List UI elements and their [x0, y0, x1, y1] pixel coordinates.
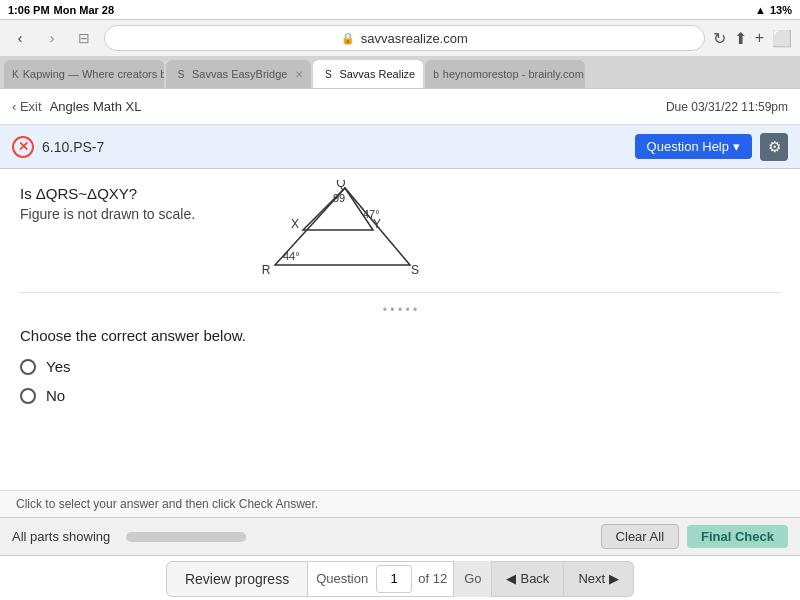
- progress-bar-track: [126, 532, 246, 542]
- go-button[interactable]: Go: [453, 561, 491, 597]
- tab-brainly-label: heynomorestop - brainly.com: [443, 68, 584, 80]
- svg-text:R: R: [262, 263, 271, 277]
- back-label: Back: [520, 571, 549, 586]
- tab-realize-label: Savvas Realize: [339, 68, 415, 80]
- question-prompt-area: Is ΔQRS~ΔQXY? Figure is not drawn to sca…: [20, 185, 195, 222]
- address-text: savvasrealize.com: [361, 31, 468, 46]
- question-help-label: Question Help: [647, 139, 729, 154]
- tab-brainly-favicon: b: [433, 67, 439, 81]
- question-status-icon: ✕: [12, 136, 34, 158]
- app-container: ‹ Exit Angles Math XL Due 03/31/22 11:59…: [0, 89, 800, 600]
- app-header: ‹ Exit Angles Math XL Due 03/31/22 11:59…: [0, 89, 800, 125]
- new-tab-button[interactable]: +: [755, 29, 764, 47]
- review-progress-button[interactable]: Review progress: [166, 561, 308, 597]
- gear-icon: ⚙: [768, 138, 781, 156]
- hint-text: Click to select your answer and then cli…: [16, 497, 318, 511]
- next-button[interactable]: Next ▶: [564, 561, 634, 597]
- tab-easybridge-label: Savvas EasyBridge: [192, 68, 287, 80]
- radio-yes[interactable]: [20, 359, 36, 375]
- final-check-button[interactable]: Final Check: [687, 525, 788, 548]
- question-help-button[interactable]: Question Help ▾: [635, 134, 752, 159]
- settings-button[interactable]: ⚙: [760, 133, 788, 161]
- reader-mode-button[interactable]: ⊟: [72, 26, 96, 50]
- clear-all-button[interactable]: Clear All: [601, 524, 679, 549]
- tab-realize[interactable]: S Savvas Realize: [313, 60, 423, 88]
- due-date: Due 03/31/22 11:59pm: [666, 100, 788, 114]
- tabs-button[interactable]: ⬜: [772, 29, 792, 48]
- question-help-dropdown-icon: ▾: [733, 139, 740, 154]
- question-sub-text: Figure is not drawn to scale.: [20, 206, 195, 222]
- svg-text:99: 99: [333, 192, 345, 204]
- review-progress-label: Review progress: [185, 571, 289, 587]
- footer-nav: Review progress Question of 12 Go ◀ Back…: [0, 555, 800, 600]
- parts-label: All parts showing: [12, 529, 110, 544]
- choose-label: Choose the correct answer below.: [20, 327, 780, 344]
- svg-text:44°: 44°: [283, 250, 300, 262]
- svg-text:X: X: [291, 217, 299, 231]
- tab-easybridge-close[interactable]: ✕: [295, 69, 303, 80]
- question-id: 6.10.PS-7: [42, 139, 104, 155]
- forward-nav-button[interactable]: ›: [40, 26, 64, 50]
- bottom-controls: All parts showing Clear All Final Check: [0, 517, 800, 555]
- question-number-input[interactable]: [376, 565, 412, 593]
- tab-kapwing[interactable]: K Kapwing — Where creators bring...: [4, 60, 164, 88]
- tab-kapwing-label: Kapwing — Where creators bring...: [23, 68, 164, 80]
- question-nav-label: Question: [308, 571, 376, 586]
- reload-button[interactable]: ↻: [713, 29, 726, 48]
- share-button[interactable]: ⬆: [734, 29, 747, 48]
- radio-no[interactable]: [20, 388, 36, 404]
- time-display: 1:06 PM: [8, 4, 50, 16]
- battery-display: 13%: [770, 4, 792, 16]
- svg-text:S: S: [411, 263, 419, 277]
- next-label: Next: [578, 571, 605, 586]
- address-bar[interactable]: 🔒 savvasrealize.com: [104, 25, 705, 51]
- of-label: of 12: [412, 571, 453, 586]
- question-header: ✕ 6.10.PS-7 Question Help ▾ ⚙: [0, 125, 800, 169]
- back-nav-button[interactable]: ‹: [8, 26, 32, 50]
- bottom-hint: Click to select your answer and then cli…: [0, 490, 800, 517]
- exit-button[interactable]: ‹ Exit: [12, 99, 42, 114]
- tab-easybridge-favicon: S: [174, 67, 188, 81]
- nav-bar: ‹ › ⊟ 🔒 savvasrealize.com ↻ ⬆ + ⬜: [0, 20, 800, 56]
- next-arrow-icon: ▶: [609, 571, 619, 586]
- answer-yes-label: Yes: [46, 358, 70, 375]
- breadcrumb: Angles Math XL: [50, 99, 142, 114]
- tab-kapwing-favicon: K: [12, 67, 19, 81]
- date-display: Mon Mar 28: [54, 4, 115, 16]
- tab-brainly[interactable]: b heynomorestop - brainly.com: [425, 60, 585, 88]
- lock-icon: 🔒: [341, 32, 355, 45]
- svg-text:Q: Q: [336, 180, 345, 190]
- tab-realize-favicon: S: [321, 67, 335, 81]
- tabs-bar: K Kapwing — Where creators bring... S Sa…: [0, 56, 800, 88]
- browser-chrome: ‹ › ⊟ 🔒 savvasrealize.com ↻ ⬆ + ⬜ K Kapw…: [0, 20, 800, 89]
- question-nav-group: Question of 12 Go: [308, 561, 492, 597]
- status-bar: 1:06 PM Mon Mar 28 ▲ 13%: [0, 0, 800, 20]
- triangle-figure: Q R S X Y 99 47° 44°: [215, 180, 435, 280]
- tab-easybridge[interactable]: S Savvas EasyBridge ✕: [166, 60, 311, 88]
- divider: [20, 292, 780, 293]
- resize-handle[interactable]: • • • • •: [20, 303, 780, 317]
- wifi-icon: ▲: [755, 4, 766, 16]
- back-button[interactable]: ◀ Back: [492, 561, 564, 597]
- question-body: Is ΔQRS~ΔQXY? Figure is not drawn to sca…: [0, 169, 800, 490]
- answer-option-yes[interactable]: Yes: [20, 358, 780, 375]
- answer-no-label: No: [46, 387, 65, 404]
- svg-text:47°: 47°: [363, 208, 380, 220]
- back-arrow-icon: ◀: [506, 571, 516, 586]
- answer-option-no[interactable]: No: [20, 387, 780, 404]
- question-main-text: Is ΔQRS~ΔQXY?: [20, 185, 195, 202]
